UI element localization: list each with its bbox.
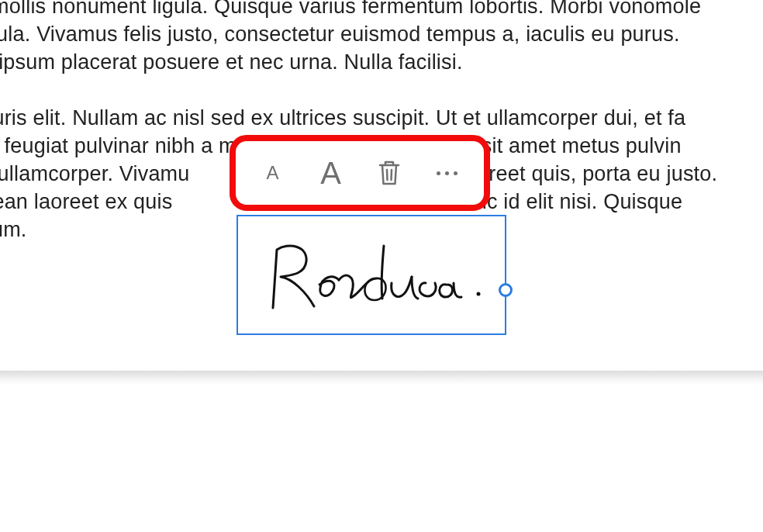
delete-button[interactable]: [366, 150, 413, 196]
letter-a-small-icon: A: [266, 162, 278, 184]
increase-size-button[interactable]: A: [308, 150, 354, 196]
document-page: x, mollis nonument ligula. Quisque variu…: [0, 0, 763, 532]
svg-point-0: [477, 292, 481, 296]
signature-toolbar: A A: [230, 135, 490, 211]
paragraph-1: x, mollis nonument ligula. Quisque variu…: [0, 0, 763, 76]
text-line: nauris elit. Nullam ac nisl sed ex ultri…: [0, 106, 685, 130]
text-line: x, mollis nonument ligula. Quisque variu…: [0, 0, 701, 18]
decrease-size-button[interactable]: A: [250, 150, 296, 196]
ellipsis-icon: [437, 171, 457, 175]
letter-a-large-icon: A: [320, 156, 341, 191]
resize-handle-right[interactable]: [499, 283, 513, 297]
text-line-left: enean laoreet ex quis: [0, 190, 178, 213]
signature-box[interactable]: [236, 215, 506, 335]
text-line: psum.: [0, 218, 27, 241]
text-line: eu ipsum placerat posuere et nec urna. N…: [0, 50, 463, 74]
text-line-left: ps ullamcorper. Vivamu: [0, 162, 190, 185]
more-options-button[interactable]: [424, 150, 471, 196]
signature-drawing: [246, 223, 500, 330]
page-edge-shadow: [0, 371, 763, 385]
trash-icon: [377, 159, 402, 187]
text-line-right: aoreet quis, porta eu justo.: [465, 162, 717, 185]
text-line: hicula. Vivamus felis justo, consectetur…: [0, 22, 680, 46]
